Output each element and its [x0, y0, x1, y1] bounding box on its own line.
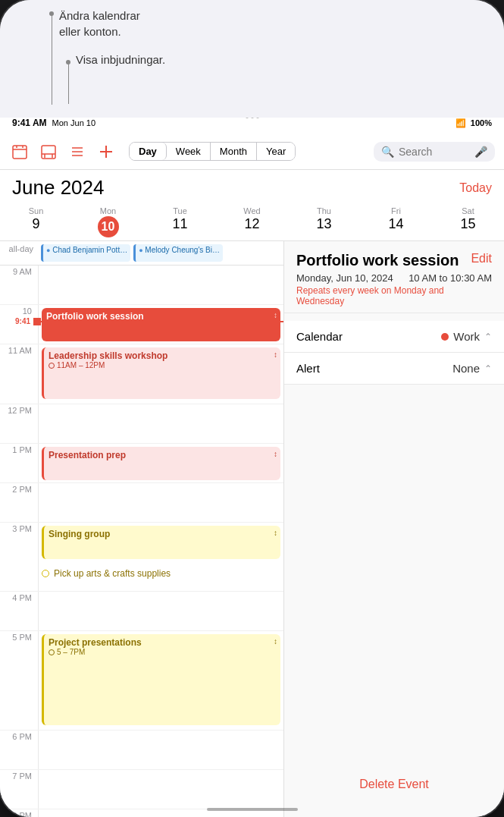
day-view-btn[interactable]: Day [130, 143, 167, 160]
annotation-dot1 [49, 11, 54, 16]
time-content-11am: Leadership skills workshop 11AM – 12PM ↕ [38, 344, 283, 404]
wifi-icon: 📶 [455, 118, 466, 128]
calendar-value-row: Work ⌃ [441, 330, 492, 343]
annotation-line2 [68, 62, 69, 104]
status-date: Mon Jun 10 [52, 118, 95, 127]
time-row-7pm: 7 PM [0, 770, 283, 809]
edit-button[interactable]: Edit [471, 252, 492, 266]
time-content-9am [38, 266, 283, 304]
month-name: June [12, 176, 55, 199]
add-icon[interactable] [95, 141, 117, 162]
event-presentation-prep[interactable]: Presentation prep ↕ [42, 447, 280, 480]
time-row-9am: 9 AM [0, 266, 283, 305]
time-content-1pm: Presentation prep ↕ [38, 444, 283, 482]
time-label-8pm: 8 PM [0, 809, 38, 817]
year-view-btn[interactable]: Year [257, 143, 295, 160]
event-leadership-name: Leadership skills workshop [49, 350, 276, 361]
day-num-11: 11 [144, 216, 216, 232]
toolbar: Day Week Month Year 🔍 🎤 [0, 134, 504, 170]
year: 2024 [61, 176, 105, 199]
toolbar-icons [9, 141, 117, 162]
month-title: June 2024 [12, 176, 104, 200]
calendar-grid-icon[interactable] [9, 141, 30, 162]
status-right: 📶 100% [455, 118, 492, 128]
time-label-11am: 11 AM [0, 344, 38, 404]
list-icon[interactable] [67, 141, 88, 162]
day-col-sun: Sun 9 [0, 203, 72, 240]
time-grid: 9 AM 9:41 10 [0, 266, 283, 817]
allday-event-melody[interactable]: ● Melody Cheung's Bi… [133, 244, 223, 262]
home-indicator [207, 808, 298, 811]
event-prep-resize: ↕ [274, 450, 277, 458]
allday-event-chad[interactable]: ● Chad Benjamin Pott… [41, 244, 130, 262]
time-row-5pm: 5 PM Project presentations 5 – 7PM ↕ [0, 631, 283, 731]
detail-alert-row: Alert None ⌃ [284, 353, 504, 385]
day-label-wed: Wed [243, 206, 260, 215]
search-box[interactable]: 🔍 🎤 [374, 142, 495, 162]
day-label-sun: Sun [29, 206, 44, 215]
annotation-dot2 [66, 60, 70, 64]
month-view-btn[interactable]: Month [211, 143, 257, 160]
event-singing-name: Singing group [49, 529, 276, 539]
day-num-9: 9 [0, 216, 72, 232]
calendar-chevron-icon: ⌃ [484, 332, 492, 342]
alert-chevron-icon: ⌃ [484, 363, 492, 374]
main-content: all-day ● Chad Benjamin Pott… ● Melody C… [0, 241, 504, 817]
time-row-3pm: 3 PM Singing group ↕ Pick up arts & craf… [0, 523, 283, 592]
event-project[interactable]: Project presentations 5 – 7PM ↕ [42, 634, 280, 725]
day-num-14: 14 [360, 216, 432, 232]
calendar-value: Work [453, 330, 480, 343]
time-row-11am: 11 AM Leadership skills workshop 11AM – … [0, 344, 283, 404]
event-leadership-time: 11AM – 12PM [49, 361, 276, 369]
allday-label: all-day [0, 241, 38, 265]
time-content-6pm [38, 731, 283, 769]
inbox-icon[interactable] [38, 141, 59, 162]
time-label-1pm: 1 PM [0, 444, 38, 482]
detail-calendar-row: Calendar Work ⌃ [284, 321, 504, 353]
event-leadership[interactable]: Leadership skills workshop 11AM – 12PM ↕ [42, 347, 280, 399]
event-leadership-resize: ↕ [274, 350, 277, 359]
current-time-indicator: 9:41 [0, 317, 283, 325]
event-project-resize: ↕ [274, 637, 277, 646]
event-singing[interactable]: Singing group ↕ [42, 526, 280, 559]
today-button[interactable]: Today [459, 181, 492, 195]
alert-label: Alert [296, 362, 320, 375]
allday-events: ● Chad Benjamin Pott… ● Melody Cheung's … [38, 241, 283, 265]
mic-icon: 🎤 [474, 146, 487, 158]
time-label-12pm: 12 PM [0, 404, 38, 443]
day-col-tue: Tue 11 [144, 203, 216, 240]
day-num-10: 10 [98, 216, 119, 237]
time-content-12pm [38, 404, 283, 443]
alert-value: None [452, 362, 480, 375]
delete-event-button[interactable]: Delete Event [284, 765, 504, 803]
week-view-btn[interactable]: Week [167, 143, 211, 160]
annotation-text1: Ändra kalendrareller konton. [59, 8, 140, 39]
search-input[interactable] [399, 146, 470, 158]
calendar-label: Calendar [296, 330, 343, 343]
day-num-15: 15 [432, 216, 504, 232]
annotation-line1 [52, 14, 52, 105]
svg-rect-0 [13, 146, 27, 159]
day-label-tue: Tue [173, 206, 187, 215]
time-label-7pm: 7 PM [0, 770, 38, 809]
event-pickup[interactable]: Pick up arts & crafts supplies [42, 562, 280, 585]
current-time-line [41, 321, 283, 322]
day-label-mon: Mon [100, 206, 116, 215]
calendar-panel: all-day ● Chad Benjamin Pott… ● Melody C… [0, 241, 284, 817]
day-label-fri: Fri [391, 206, 401, 215]
event-project-time: 5 – 7PM [49, 648, 276, 656]
detail-panel: Portfolio work session Edit Monday, Jun … [284, 241, 504, 817]
day-label-sat: Sat [462, 206, 474, 215]
calendar-color-dot [441, 333, 449, 341]
time-content-2pm [38, 483, 283, 522]
time-label-9am: 9 AM [0, 266, 38, 304]
screen: 9:41 AM Mon Jun 10 📶 100% [0, 112, 504, 817]
current-time-label: 9:41 [0, 317, 33, 325]
event-singing-resize: ↕ [274, 529, 277, 537]
svg-rect-4 [42, 146, 55, 159]
detail-repeat: Repeats every week on Monday and Wednesd… [296, 285, 492, 306]
allday-row: all-day ● Chad Benjamin Pott… ● Melody C… [0, 241, 283, 266]
annotation-area: Ändra kalendrareller konton. Visa inbjud… [0, 0, 504, 118]
time-label-6pm: 6 PM [0, 731, 38, 769]
battery-icon: 100% [471, 118, 492, 127]
